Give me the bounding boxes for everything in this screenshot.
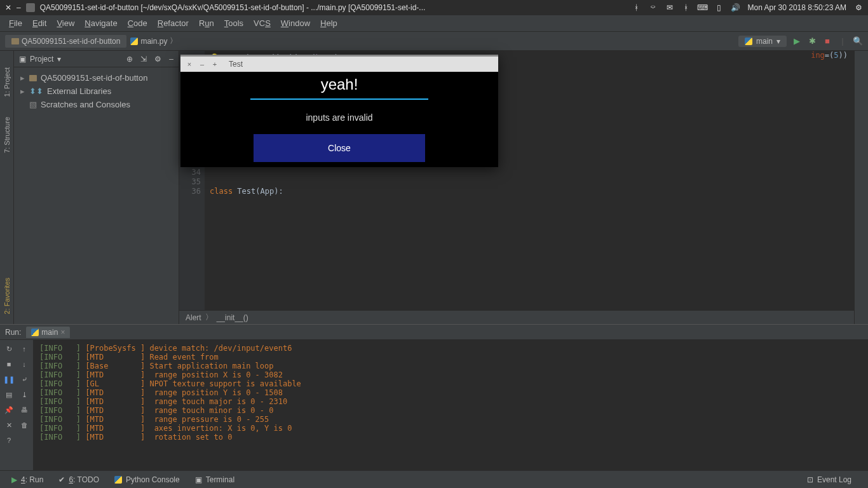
python-icon (114, 476, 122, 484)
window-close-icon[interactable]: ✕ (5, 3, 11, 12)
menu-vcs[interactable]: VCS (250, 17, 275, 29)
down-button[interactable]: ↓ (18, 358, 31, 370)
menu-tools[interactable]: Tools (220, 17, 247, 29)
run-tab[interactable]: main × (26, 327, 70, 338)
target-icon[interactable]: ⊕ (126, 55, 133, 64)
console-line: [INFO ] [MTD ] range touch minor is 0 - … (39, 406, 862, 415)
run-config-selector[interactable]: main ▾ (738, 36, 787, 47)
popup-close-icon[interactable]: × (186, 60, 193, 68)
app-icon (26, 3, 35, 12)
stop-button[interactable]: ■ (822, 36, 832, 46)
chevron-down-icon[interactable]: ▾ (57, 55, 61, 64)
popup-title: Test (229, 60, 243, 69)
close-run-button[interactable]: ✕ (3, 419, 15, 431)
project-panel-icon: ▣ (19, 55, 26, 64)
popup-minimize-icon[interactable]: – (198, 60, 206, 68)
rerun-button[interactable]: ↻ (3, 342, 15, 355)
popup-body: yeah! inputs are invalid Close (180, 72, 498, 167)
collapse-icon[interactable]: ⇲ (140, 55, 147, 64)
menu-code[interactable]: Code (124, 17, 151, 29)
keyboard-icon[interactable]: ⌨ (698, 3, 707, 12)
print-button[interactable]: 🖶 (18, 403, 31, 416)
scroll-button[interactable]: ⤓ (18, 388, 31, 401)
eventlog-icon: ⊡ (807, 475, 813, 484)
breadcrumb-project[interactable]: QA50099151-set-id-of-button (5, 35, 126, 48)
run-button[interactable]: ▶ (792, 36, 802, 46)
run-panel: Run: main × ↻↑ ■↓ ❚❚⤶ ▤⤓ 📌🖶 ✕🗑 ? [INFO ]… (0, 324, 868, 470)
help-button[interactable]: ? (3, 434, 15, 447)
bottom-tab-terminal[interactable]: ▣Terminal (190, 474, 240, 485)
tree-node-label: Scratches and Consoles (41, 100, 130, 109)
console-output[interactable]: [INFO ] [ProbeSysfs ] device match: /dev… (33, 340, 868, 470)
bottom-tab-pyconsole[interactable]: Python Console (109, 474, 185, 485)
breadcrumb-method[interactable]: __init__() (217, 313, 248, 322)
console-line: [INFO ] [MTD ] rotation set to 0 (39, 433, 862, 442)
breadcrumb-project-label: QA50099151-set-id-of-button (22, 37, 120, 46)
console-line: [INFO ] [MTD ] range position X is 0 - 3… (39, 370, 862, 379)
popup-close-button[interactable]: Close (254, 134, 425, 162)
tree-node-scratches[interactable]: ▧Scratches and Consoles (17, 98, 176, 111)
breadcrumb-file-label: main.py (140, 37, 167, 46)
bluetooth2-icon[interactable]: ᚼ (682, 3, 691, 12)
scratch-icon: ▧ (29, 100, 37, 109)
python-file-icon (130, 37, 138, 45)
tab-project[interactable]: 1: Project (2, 64, 12, 100)
tree-node-project[interactable]: ▸QA50099151-set-id-of-button (17, 71, 176, 85)
search-icon[interactable]: 🔍 (853, 36, 863, 46)
trash-button[interactable]: 🗑 (18, 419, 31, 431)
bluetooth-icon[interactable]: ᚼ (632, 3, 641, 12)
popup-maximize-icon[interactable]: + (211, 60, 219, 68)
up-button[interactable]: ↑ (18, 342, 31, 355)
breadcrumb-class[interactable]: Alert (186, 313, 201, 322)
console-line: [INFO ] [GL ] NPOT texture support is av… (39, 379, 862, 388)
todo-icon: ✔ (58, 475, 65, 484)
system-bar: ✕ – QA50099151-set-id-of-button [~/dev/s… (0, 0, 868, 15)
volume-icon[interactable]: 🔊 (731, 3, 740, 12)
menu-edit[interactable]: Edit (29, 17, 50, 29)
menu-navigate[interactable]: Navigate (81, 17, 121, 29)
softwrap-button[interactable]: ⤶ (18, 373, 31, 386)
python-icon (745, 37, 752, 45)
project-panel: ▣ Project ▾ ⊕ ⇲ ⚙ – ▸QA50099151-set-id-o… (14, 51, 179, 324)
system-datetime[interactable]: Mon Apr 30 2018 8:50:23 AM (748, 3, 846, 12)
close-icon[interactable]: × (60, 328, 65, 337)
popup-window: × – + Test yeah! inputs are invalid Clos… (180, 55, 498, 167)
battery-icon[interactable]: ▯ (715, 3, 724, 12)
console-line: [INFO ] [Base ] Start application main l… (39, 362, 862, 370)
settings-icon[interactable]: ⚙ (154, 55, 161, 64)
menu-run[interactable]: Run (195, 17, 218, 29)
bottom-tab-todo[interactable]: ✔6: TODO (53, 474, 104, 485)
hide-icon[interactable]: – (169, 55, 173, 64)
run-panel-header: Run: main × (0, 325, 868, 340)
menu-help[interactable]: Help (316, 17, 341, 29)
bottom-tab-eventlog[interactable]: ⊡Event Log (802, 474, 857, 485)
console-line: [INFO ] [ProbeSysfs ] device match: /dev… (39, 344, 862, 353)
settings-gear-icon[interactable]: ⚙ (854, 3, 863, 12)
menu-refactor[interactable]: Refactor (154, 17, 193, 29)
window-minimize-icon[interactable]: – (17, 3, 21, 12)
bottom-tab-run[interactable]: ▶4: Run (6, 474, 48, 485)
tab-favorites[interactable]: 2: Favorites (2, 274, 12, 318)
pause-button[interactable]: ❚❚ (3, 373, 15, 386)
console-line: [INFO ] [MTD ] range position Y is 0 - 1… (39, 388, 862, 397)
wifi-icon[interactable]: ⌔ (649, 3, 658, 12)
popup-titlebar[interactable]: × – + Test (180, 57, 498, 72)
mail-icon[interactable]: ✉ (665, 3, 674, 12)
tab-structure[interactable]: 7: Structure (2, 113, 12, 157)
window-title: QA50099151-set-id-of-button [~/dev/sxQA/… (40, 3, 426, 12)
stop-run-button[interactable]: ■ (3, 358, 15, 370)
library-icon: ⬍⬍ (29, 86, 43, 96)
menu-file[interactable]: File (5, 17, 26, 29)
python-icon (31, 329, 39, 336)
folder-icon (29, 75, 37, 81)
debug-button[interactable]: ✱ (807, 36, 817, 46)
menu-view[interactable]: View (53, 17, 78, 29)
divider: | (837, 36, 848, 46)
menu-bar: File Edit View Navigate Code Refactor Ru… (0, 15, 868, 32)
layout-button[interactable]: ▤ (3, 388, 15, 401)
tree-node-libraries[interactable]: ▸⬍⬍External Libraries (17, 85, 176, 98)
project-panel-title[interactable]: Project (30, 55, 53, 64)
menu-window[interactable]: Window (277, 17, 314, 29)
breadcrumb-file[interactable]: main.py 〉 (130, 36, 177, 46)
pin-button[interactable]: 📌 (3, 403, 15, 416)
